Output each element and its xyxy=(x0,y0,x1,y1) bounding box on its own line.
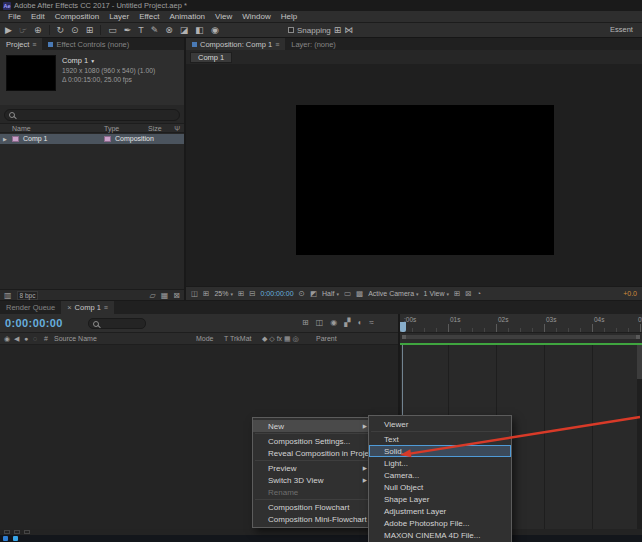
snapshot-icon[interactable]: ⊙ xyxy=(299,289,305,298)
clone-stamp-tool-icon[interactable]: ⊗ xyxy=(165,26,173,35)
menu-file[interactable]: File xyxy=(3,12,26,21)
main-flow-icon[interactable]: ⊞ xyxy=(203,289,209,298)
timeline-scrollbar[interactable] xyxy=(637,345,642,529)
snap-to-grid-icon[interactable]: ⊞ xyxy=(334,26,342,35)
snapping-checkbox[interactable] xyxy=(288,27,294,33)
submenu-item-maxon-cinema4d-file[interactable]: MAXON CINEMA 4D File... xyxy=(369,529,511,541)
type-tool-icon[interactable]: T xyxy=(138,26,144,35)
frame-blending-icon[interactable]: ▞ xyxy=(344,318,350,327)
region-of-interest-icon[interactable]: ▭ xyxy=(344,289,351,298)
grid-guides-icon[interactable]: ⊞ xyxy=(238,289,244,298)
menu-window[interactable]: Window xyxy=(237,12,275,21)
column-type[interactable]: Type xyxy=(104,125,119,132)
project-bit-depth[interactable]: 8 bpc xyxy=(17,291,39,300)
zoom-tool-icon[interactable]: ⊕ xyxy=(34,26,42,35)
solo-icon[interactable]: ● xyxy=(24,335,28,342)
pixel-aspect-icon[interactable]: ⊞ xyxy=(454,289,460,298)
brush-tool-icon[interactable]: ✎ xyxy=(151,26,159,35)
expand-layer-switches-toggle[interactable] xyxy=(4,530,10,534)
lock-icon[interactable]: ◌ xyxy=(33,335,37,342)
shape-tool-icon[interactable]: ▭ xyxy=(108,26,117,35)
hand-tool-icon[interactable]: ☞ xyxy=(19,26,27,35)
current-timecode[interactable]: 0:00:00:00 xyxy=(5,317,63,329)
time-ruler[interactable]: :00s 01s 02s 03s 04s 05s xyxy=(400,314,642,332)
camera-dropdown[interactable]: Active Camera▾ xyxy=(368,290,418,297)
submenu-item-camera[interactable]: Camera... xyxy=(369,469,511,481)
column-mode[interactable]: Mode xyxy=(196,335,214,342)
tab-effect-controls[interactable]: Effect Controls (none) xyxy=(42,38,135,50)
tab-timeline-comp1[interactable]: × Comp 1 ≡ xyxy=(61,301,114,314)
interpret-footage-icon[interactable]: ▥ xyxy=(4,291,12,300)
pan-behind-tool-icon[interactable]: ⊞ xyxy=(86,26,94,35)
comp-mini-flowchart-icon[interactable]: ⊞ xyxy=(302,318,309,327)
show-channels-icon[interactable]: ◩ xyxy=(310,289,317,298)
expand-inout-toggle[interactable] xyxy=(24,530,30,534)
taskbar-app-icon[interactable] xyxy=(13,536,18,541)
hide-shy-layers-icon[interactable]: ◉ xyxy=(330,318,337,327)
rotation-tool-icon[interactable]: ↻ xyxy=(57,26,65,35)
composition-viewport[interactable] xyxy=(186,64,642,286)
panel-menu-icon[interactable]: ≡ xyxy=(104,304,108,311)
graph-editor-icon[interactable]: ≈ xyxy=(369,318,373,327)
preview-timecode[interactable]: 0:00:00:00 xyxy=(261,290,294,297)
selection-tool-icon[interactable]: ▶ xyxy=(5,26,12,35)
taskbar-app-icon[interactable] xyxy=(3,536,8,541)
pen-tool-icon[interactable]: ✒ xyxy=(124,26,132,35)
composition-frame[interactable] xyxy=(296,105,554,255)
view-layout-dropdown[interactable]: 1 View▾ xyxy=(424,290,449,297)
context-menu-item-preview[interactable]: Preview▶ xyxy=(253,462,371,474)
submenu-item-adjustment-layer[interactable]: Adjustment Layer xyxy=(369,505,511,517)
menu-effect[interactable]: Effect xyxy=(134,12,164,21)
menu-layer[interactable]: Layer xyxy=(104,12,134,21)
tab-composition[interactable]: Composition: Comp 1 ≡ xyxy=(186,38,285,50)
audio-icon[interactable]: ◀ xyxy=(14,335,19,343)
context-menu-item-new[interactable]: New▶ xyxy=(253,420,371,432)
column-size[interactable]: Size xyxy=(148,125,162,132)
submenu-item-solid[interactable]: Solid... xyxy=(369,445,511,457)
work-area-bar[interactable] xyxy=(402,335,640,339)
submenu-item-text[interactable]: Text xyxy=(369,433,511,445)
project-row-comp1[interactable]: ▶ Comp 1 Composition xyxy=(0,134,184,144)
magnification-dropdown[interactable]: 25%▾ xyxy=(214,290,233,297)
resolution-dropdown[interactable]: Half▾ xyxy=(322,290,339,297)
context-menu-item-composition-settings[interactable]: Composition Settings... xyxy=(253,435,371,447)
tab-render-queue[interactable]: Render Queue xyxy=(0,301,61,314)
menu-edit[interactable]: Edit xyxy=(26,12,50,21)
menu-composition[interactable]: Composition xyxy=(50,12,104,21)
context-menu-item-composition-mini-flowchart[interactable]: Composition Mini-Flowchart xyxy=(253,513,371,525)
comp-viewer-tab[interactable]: Comp 1 xyxy=(190,52,232,63)
context-menu-item-reveal-composition[interactable]: Reveal Composition in Project xyxy=(253,447,371,459)
menu-help[interactable]: Help xyxy=(276,12,302,21)
submenu-item-null-object[interactable]: Null Object xyxy=(369,481,511,493)
column-trkmat[interactable]: T TrkMat xyxy=(224,335,251,342)
menu-animation[interactable]: Animation xyxy=(164,12,210,21)
timeline-search-field[interactable] xyxy=(88,318,146,329)
new-composition-icon[interactable]: ▦ xyxy=(161,291,169,300)
submenu-item-light[interactable]: Light... xyxy=(369,457,511,469)
tab-project[interactable]: Project ≡ xyxy=(0,38,42,50)
puppet-pin-tool-icon[interactable]: ◉ xyxy=(211,26,219,35)
motion-blur-icon[interactable]: ◐ xyxy=(357,318,362,327)
video-visibility-icon[interactable]: ◉ xyxy=(4,335,10,343)
context-menu-item-composition-flowchart[interactable]: Composition Flowchart xyxy=(253,501,371,513)
timeline-button-icon[interactable]: ◔ xyxy=(477,289,482,298)
roto-brush-tool-icon[interactable]: ◧ xyxy=(195,26,204,35)
context-menu-item-switch-3d-view[interactable]: Switch 3D View▶ xyxy=(253,474,371,486)
camera-tool-icon[interactable]: ⊙ xyxy=(71,26,79,35)
exposure-value[interactable]: +0.0 xyxy=(623,290,637,297)
delete-icon[interactable]: ⊠ xyxy=(173,291,180,300)
always-preview-icon[interactable]: ◫ xyxy=(191,289,198,298)
column-name[interactable]: Name xyxy=(12,125,31,132)
column-parent[interactable]: Parent xyxy=(316,335,337,342)
panel-menu-icon[interactable]: ≡ xyxy=(32,41,36,48)
column-number[interactable]: # xyxy=(44,335,48,342)
draft-3d-icon[interactable]: ◫ xyxy=(316,318,324,327)
tab-layer[interactable]: Layer: (none) xyxy=(285,38,342,50)
current-time-indicator[interactable] xyxy=(400,322,406,332)
panel-menu-icon[interactable]: ≡ xyxy=(275,41,279,48)
workspace-label[interactable]: Essent xyxy=(610,25,642,34)
close-icon[interactable]: × xyxy=(67,303,71,312)
snap-to-guides-icon[interactable]: ⋈ xyxy=(344,26,353,35)
column-source-name[interactable]: Source Name xyxy=(54,335,97,342)
mask-visibility-icon[interactable]: ⊟ xyxy=(249,289,255,298)
